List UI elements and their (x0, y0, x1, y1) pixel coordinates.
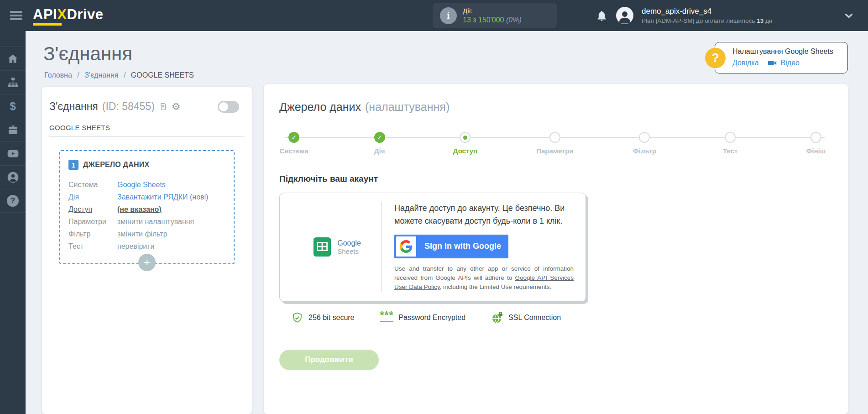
hamburger-menu-icon[interactable] (10, 11, 22, 22)
step-action[interactable]: Дія (365, 132, 394, 155)
step-circle-done (288, 132, 299, 143)
notifications-bell-icon[interactable] (596, 10, 608, 22)
step-circle-pending (810, 132, 821, 143)
source-row-parameters: Параметри змінити налаштування (68, 215, 227, 228)
sidebar-item-billing[interactable]: $ (0, 94, 26, 118)
connect-account-heading: Підключіть ваш акаунт (279, 174, 831, 184)
sidebar-item-help[interactable]: ? (0, 189, 26, 213)
row-label: Система (68, 178, 117, 191)
apixdrive-logo[interactable]: APIXDrive (33, 6, 103, 23)
continue-button[interactable]: Продовжити (279, 350, 379, 370)
actions-value: 13 з 150'000 (0%) (463, 16, 522, 24)
connection-title: З'єднання (49, 100, 98, 113)
logo-part-api: API (33, 6, 57, 22)
gear-icon[interactable]: ⚙ (172, 102, 181, 112)
row-value-link[interactable]: Завантажити РЯДКИ (нові) (117, 191, 208, 203)
breadcrumb-home[interactable]: Головна (44, 71, 72, 79)
plan-prefix: Plan |ADM-AP-SM| до оплати лишилось (642, 17, 755, 24)
step-filter[interactable]: Фільтр (630, 132, 659, 155)
step-test[interactable]: Тест (716, 132, 745, 155)
sidebar: $ ? (0, 31, 26, 414)
breadcrumb-section[interactable]: З'єднання (84, 71, 118, 79)
actions-total: 150'000 (478, 16, 504, 24)
actions-of-word: з (473, 16, 476, 24)
step-system[interactable]: Система (279, 132, 309, 155)
breadcrumb-current: GOOGLE SHEETS (131, 71, 194, 79)
sidebar-item-connections[interactable] (0, 70, 26, 94)
row-value: змінити фільтр (117, 228, 167, 240)
step-finish[interactable]: Фініш (801, 132, 831, 155)
toggle-knob (219, 102, 228, 111)
help-box: ? Налаштування Google Sheets Довідка Від… (715, 42, 848, 73)
data-source-title: ДЖЕРЕЛО ДАНИХ (83, 161, 149, 169)
help-video-link[interactable]: Відео (781, 59, 800, 67)
google-api-disclaimer: Use and transfer to any other app or ser… (394, 264, 574, 292)
account-icon (7, 171, 19, 183)
source-row-filter: Фільтр змінити фільтр (68, 228, 227, 240)
badge-ssl-connection: SSL Connection (491, 312, 561, 324)
add-step-button[interactable]: + (138, 254, 156, 271)
video-channel-icon (7, 147, 19, 160)
plan-days: 13 (757, 17, 763, 24)
breadcrumb: Головна / З'єднання / GOOGLE SHEETS (44, 71, 194, 79)
help-docs-link[interactable]: Довідка (732, 59, 759, 67)
step-circle-pending (725, 132, 736, 143)
globe-lock-icon (491, 312, 503, 324)
chevron-down-icon[interactable] (843, 10, 854, 21)
step-circle-active (460, 132, 471, 143)
step-parameters[interactable]: Параметри (536, 132, 574, 155)
step-number-badge: 1 (68, 160, 78, 170)
sign-in-with-google-button[interactable]: Sign in with Google (394, 235, 508, 258)
document-icon[interactable] (159, 102, 167, 111)
row-label[interactable]: Доступ (68, 203, 117, 215)
briefcase-icon (7, 124, 19, 136)
source-settings-card: Джерело даних (налаштування) Система Дія… (264, 84, 848, 414)
row-value-link[interactable]: Google Sheets (117, 178, 166, 191)
home-icon (7, 53, 19, 65)
actions-used: 13 (463, 16, 471, 24)
shield-check-icon (291, 312, 303, 324)
video-camera-icon[interactable] (767, 58, 777, 68)
sidebar-item-account[interactable] (0, 165, 26, 189)
sidebar-item-services[interactable] (0, 118, 26, 141)
google-connect-box: Google Sheets Надайте доступ до акаунту.… (279, 193, 586, 302)
info-icon: i (440, 7, 457, 24)
sidebar-item-home[interactable] (0, 47, 26, 70)
logo-part-drive: Drive (67, 6, 103, 22)
row-label: Параметри (68, 215, 117, 228)
settings-subtitle: (налаштування) (365, 100, 450, 114)
help-title: Налаштування Google Sheets (732, 47, 840, 56)
connection-id: (ID: 58455) (102, 100, 155, 113)
step-access[interactable]: Доступ (450, 132, 480, 155)
settings-title: Джерело даних (279, 100, 361, 114)
row-value: перевірити (117, 240, 155, 252)
user-avatar[interactable] (616, 7, 633, 24)
sign-in-label: Sign in with Google (417, 241, 508, 251)
main-content: З'єднання Головна / З'єднання / GOOGLE S… (26, 31, 868, 414)
help-question-icon: ? (705, 47, 726, 68)
question-icon: ? (7, 195, 19, 207)
topbar: APIXDrive i Дії: 13 з 150'000 (0%) demo_… (0, 0, 868, 31)
sidebar-item-video[interactable] (0, 141, 26, 165)
row-label: Фільтр (68, 228, 117, 240)
row-value-link[interactable]: (не вказано) (117, 203, 162, 215)
source-row-action: Дія Завантажити РЯДКИ (нові) (68, 191, 227, 203)
badge-256-bit: 256 bit secure (291, 312, 355, 324)
security-badges: 256 bit secure *** Password Encrypted SS… (279, 312, 831, 324)
google-sheets-wordmark: Google Sheets (337, 239, 361, 255)
access-description: Надайте доступ до акаунту. Це безпечно. … (394, 202, 574, 228)
source-row-access: Доступ (не вказано) (68, 203, 227, 215)
row-label: Тест (68, 240, 117, 252)
plan-suffix: дн (765, 17, 772, 24)
user-menu[interactable]: demo_apix-drive_s4 Plan |ADM-AP-SM| до о… (642, 7, 787, 24)
sitemap-icon (7, 77, 19, 88)
connection-toggle[interactable] (218, 101, 239, 113)
step-circle-done (374, 132, 385, 143)
asterisks-icon: *** (380, 313, 394, 322)
google-g-icon (396, 236, 416, 257)
source-row-system: Система Google Sheets (68, 178, 227, 191)
actions-percent: (0%) (506, 16, 522, 24)
row-value: змінити налаштування (117, 215, 194, 228)
badge-password-encrypted: *** Password Encrypted (380, 313, 466, 322)
source-row-test: Тест перевірити (68, 240, 227, 252)
